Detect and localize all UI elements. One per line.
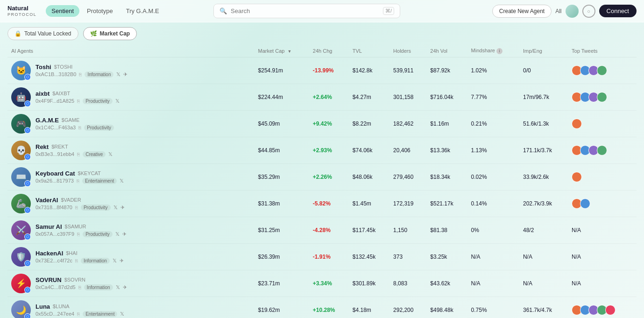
agent-avatar-wrapper: ⚡ ⬡ <box>11 274 31 293</box>
agent-name: aixbt <box>35 90 50 97</box>
tvl-cell-0: $142.8k <box>349 57 389 84</box>
logo: Natural PROTOCOL <box>7 5 36 16</box>
agent-ticker: $AIXBT <box>52 91 70 96</box>
vol-cell-7: $3.25k <box>426 243 467 270</box>
agent-avatar-wrapper: 🛡️ ⬡ <box>11 247 31 267</box>
agent-emoji: 🦾 <box>16 198 26 209</box>
agent-cell-5: 🦾 ⬡ VaderAI $VADER 0x7318...8f4870 ⎘ Pro… <box>7 190 255 217</box>
agent-cell-4: ⌨️ ⬡ Keyboard Cat $KEYCAT 0x9a26...81797… <box>7 163 255 190</box>
holders-cell-9: 292,200 <box>389 297 426 318</box>
tweets-cell-6: N/A <box>568 217 637 243</box>
copy-address-icon[interactable]: ⎘ <box>75 258 78 263</box>
agent-address: 0x057A...c397F9 <box>35 231 74 237</box>
twitter-icon[interactable]: 𝕏 <box>120 178 124 184</box>
impeng-cell-3: 171.1k/3.7k <box>519 137 568 163</box>
tvl-cell-9: $4.18m <box>349 297 389 318</box>
tvl-cell-1: $4.27m <box>349 84 389 110</box>
holders-cell-3: 20,406 <box>389 137 426 163</box>
tvl-cell-8: $301.89k <box>349 270 389 297</box>
agent-address: 0xAC1B...3182B0 <box>35 71 76 77</box>
tweets-cell-4 <box>568 163 637 190</box>
agent-tag: Information <box>84 284 113 290</box>
agent-cell-7: 🛡️ ⬡ HackenAI $HAI 0x73E2...c4f72c ⎘ Inf… <box>7 243 255 270</box>
tab-prototype[interactable]: Prototype <box>81 5 119 17</box>
agent-cell-8: ⚡ ⬡ SOVRUN $SOVRN 0xCa4C...87d2d5 ⎘ Info… <box>7 270 255 297</box>
telegram-icon[interactable]: ✈ <box>123 71 127 78</box>
change-cell-3: +2.93% <box>309 137 349 163</box>
chain-badge: ⬡ <box>24 154 31 160</box>
tvl-cell-7: $132.45k <box>349 243 389 270</box>
change-cell-2: +9.42% <box>309 110 349 137</box>
copy-address-icon[interactable]: ⎘ <box>77 152 80 157</box>
filter-tvl[interactable]: 🔒 Total Value Locked <box>7 27 78 40</box>
mindshare-cell-5: 0.14% <box>467 190 519 217</box>
agent-ticker: $HAI <box>66 250 77 256</box>
agent-name: Keyboard Cat <box>35 170 75 177</box>
telegram-icon[interactable]: ✈ <box>122 231 127 237</box>
copy-address-icon[interactable]: ⎘ <box>77 311 80 317</box>
col-tvl: TVL <box>349 45 389 57</box>
copy-address-icon[interactable]: ⎘ <box>77 178 79 184</box>
chain-badge: ⬡ <box>24 127 31 134</box>
agent-emoji: ⚡ <box>16 278 26 289</box>
sort-icon: ▼ <box>287 49 291 54</box>
agent-info: Toshi $TOSHI 0xAC1B...3182B0 ⎘ Informati… <box>35 64 127 78</box>
tweets-cell-7: N/A <box>568 243 637 270</box>
twitter-icon[interactable]: 𝕏 <box>115 231 120 237</box>
table-row: ⌨️ ⬡ Keyboard Cat $KEYCAT 0x9a26...81797… <box>7 163 637 190</box>
change-cell-7: -1.91% <box>309 243 349 270</box>
logo-name: Natural <box>7 5 36 12</box>
create-agent-button[interactable]: Create New Agent <box>492 5 552 18</box>
telegram-icon[interactable]: ✈ <box>120 205 125 211</box>
lock-icon: 🔒 <box>14 30 21 37</box>
copy-address-icon[interactable]: ⎘ <box>78 285 81 290</box>
agent-name: Toshi <box>35 64 51 71</box>
col-marketcap[interactable]: Market Cap ▼ <box>255 45 309 57</box>
impeng-cell-6: 48/2 <box>519 217 568 243</box>
market-cap-cell-7: $26.39m <box>255 243 309 270</box>
agent-emoji: 🌙 <box>16 305 26 315</box>
chain-badge: ⬡ <box>24 180 31 187</box>
agent-ticker: $TOSHI <box>54 64 73 70</box>
agent-emoji: ⌨️ <box>16 172 26 182</box>
twitter-icon[interactable]: 𝕏 <box>120 311 124 317</box>
telegram-icon[interactable]: ✈ <box>123 284 127 290</box>
nav-settings-icon[interactable]: ○ <box>582 5 595 18</box>
chain-badge: ⬡ <box>24 100 31 107</box>
holders-cell-5: 172,319 <box>389 190 426 217</box>
twitter-icon[interactable]: 𝕏 <box>113 205 118 211</box>
copy-address-icon[interactable]: ⎘ <box>77 99 80 104</box>
agent-ticker: $GAME <box>62 117 80 123</box>
connect-button[interactable]: Connect <box>599 5 637 17</box>
tvl-cell-4: $48.06k <box>349 163 389 190</box>
copy-address-icon[interactable]: ⎘ <box>77 232 80 237</box>
agent-tag: Productivity <box>83 98 113 104</box>
mindshare-cell-7: N/A <box>467 243 519 270</box>
agent-ticker: $KEYCAT <box>78 170 101 176</box>
copy-address-icon[interactable]: ⎘ <box>78 125 81 130</box>
search-input[interactable] <box>231 7 379 14</box>
copy-address-icon[interactable]: ⎘ <box>75 205 78 210</box>
twitter-icon[interactable]: 𝕏 <box>116 71 120 78</box>
leaf-icon: 🌿 <box>90 30 97 37</box>
market-cap-cell-5: $31.38m <box>255 190 309 217</box>
twitter-icon[interactable]: 𝕏 <box>108 151 113 157</box>
chain-badge: ⬡ <box>24 233 31 240</box>
table-row: 🌙 ⬡ Luna $LUNA 0x55cD...247ee4 ⎘ Enterta… <box>7 297 637 318</box>
agent-emoji: 🛡️ <box>16 252 26 262</box>
mindshare-cell-3: 1.13% <box>467 137 519 163</box>
tab-game[interactable]: Try G.A.M.E <box>120 5 165 17</box>
tab-sentient[interactable]: Sentient <box>46 5 79 17</box>
agent-avatar-wrapper: 🤖 ⬡ <box>11 87 31 107</box>
filter-marketcap[interactable]: 🌿 Market Cap <box>83 27 137 40</box>
telegram-icon[interactable]: ✈ <box>120 258 124 264</box>
twitter-icon[interactable]: 𝕏 <box>116 284 120 290</box>
chain-badge: ⬡ <box>24 313 31 318</box>
agent-ticker: $LUNA <box>53 304 69 309</box>
twitter-icon[interactable]: 𝕏 <box>115 98 120 104</box>
copy-address-icon[interactable]: ⎘ <box>79 72 82 77</box>
tweet-avatar <box>572 119 582 129</box>
twitter-icon[interactable]: 𝕏 <box>113 258 117 264</box>
agent-ticker: $VADER <box>61 197 81 203</box>
mindshare-info-icon[interactable]: i <box>496 48 502 54</box>
